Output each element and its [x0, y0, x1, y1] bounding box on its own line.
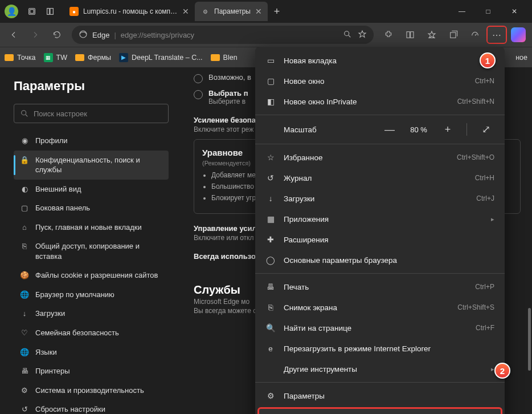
nav-icon: ⚙: [19, 385, 30, 396]
menu-downloads[interactable]: ↓ЗагрузкиCtrl+J: [255, 188, 505, 209]
split-icon[interactable]: [400, 26, 420, 44]
print-icon: 🖶: [265, 283, 276, 291]
sidebar-item[interactable]: ◐Внешний вид: [14, 180, 169, 199]
tab-title: Параметры: [214, 7, 251, 15]
sidebar-item[interactable]: 🌐Языки: [14, 343, 169, 362]
nav-label: Семейная безопасность: [35, 328, 119, 338]
back-button[interactable]: [3, 26, 24, 44]
new-tab-button[interactable]: +: [268, 2, 286, 21]
nav-icon: ♡: [19, 328, 30, 338]
search-icon[interactable]: [343, 30, 352, 40]
edge-label: Edge: [92, 31, 109, 39]
download-icon: ↓: [265, 194, 276, 203]
sidebar-item[interactable]: ◉Профили: [14, 131, 169, 151]
bookmark-item[interactable]: Точка: [5, 53, 36, 62]
close-icon[interactable]: ✕: [255, 7, 262, 16]
favorites-icon[interactable]: [421, 26, 442, 44]
menu-essentials[interactable]: ◯Основные параметры браузера: [255, 250, 505, 270]
scrollbar-thumb[interactable]: [528, 308, 531, 371]
vertical-tabs-icon[interactable]: [41, 2, 59, 21]
bookmark-item[interactable]: ▶DeepL Translate – С...: [119, 53, 203, 62]
tab-icon: ▭: [265, 56, 276, 65]
star-icon[interactable]: [358, 30, 367, 40]
copilot-button[interactable]: [508, 26, 529, 44]
menu-separator: [255, 115, 505, 115]
bookmark-label: ное: [515, 54, 527, 62]
sidebar-item[interactable]: ⎘Общий доступ, копирование и вставка: [14, 237, 169, 266]
menu-print[interactable]: 🖶ПечатьCtrl+P: [255, 277, 505, 297]
more-menu-button[interactable]: ⋯: [486, 26, 507, 44]
app-menu: ▭Новая вкладка ▢Новое окноCtrl+N ◧Новое …: [255, 47, 505, 414]
menu-settings[interactable]: ⚙Параметры: [255, 385, 505, 406]
bookmark-item[interactable]: ▦TW: [44, 53, 67, 62]
menu-more-tools[interactable]: Другие инструменты▸: [255, 359, 505, 379]
zoom-value: 80 %: [406, 125, 431, 134]
tab-strip: ● Lumpics.ru - помощь с компьюте ✕ ⚙ Пар…: [64, 0, 449, 23]
workspaces-icon[interactable]: [23, 2, 41, 21]
menu-find[interactable]: 🔍Найти на страницеCtrl+F: [255, 318, 505, 338]
menu-new-tab[interactable]: ▭Новая вкладка: [255, 50, 505, 71]
nav-icon: ⎘: [19, 241, 30, 251]
tab-settings[interactable]: ⚙ Параметры ✕: [195, 2, 268, 21]
close-button[interactable]: ✕: [501, 2, 527, 21]
nav-label: Общий доступ, копирование и вставка: [35, 241, 163, 261]
performance-icon[interactable]: [465, 26, 485, 44]
menu-ie-mode[interactable]: eПерезагрузить в режиме Internet Explore…: [255, 338, 505, 359]
sidebar-item[interactable]: ⌂Пуск, главная и новые вкладки: [14, 218, 169, 237]
bookmark-item[interactable]: Blen: [211, 53, 238, 62]
menu-screenshot[interactable]: ⎘Снимок экранаCtrl+Shift+S: [255, 297, 505, 318]
bookmark-label: TW: [56, 54, 67, 62]
menu-extensions[interactable]: ✚Расширения: [255, 229, 505, 250]
profile-avatar[interactable]: 👤: [5, 5, 18, 18]
nav-label: Профили: [35, 136, 68, 146]
radio-icon[interactable]: [194, 74, 203, 83]
menu-inprivate[interactable]: ◧Новое окно InPrivateCtrl+Shift+N: [255, 91, 505, 112]
bookmark-overflow[interactable]: ное: [515, 54, 527, 62]
minimize-button[interactable]: —: [449, 2, 475, 21]
menu-apps[interactable]: ▦Приложения▸: [255, 209, 505, 229]
menu-separator: [255, 273, 505, 274]
bookmark-item[interactable]: Фермы: [75, 53, 111, 62]
nav-label: Пуск, главная и новые вкладки: [35, 222, 142, 233]
window-controls: — □ ✕: [449, 2, 527, 21]
apps-icon: ▦: [265, 214, 276, 224]
separator: |: [114, 31, 116, 39]
nav-label: Принтеры: [35, 366, 70, 376]
menu-new-window[interactable]: ▢Новое окноCtrl+N: [255, 71, 505, 91]
tab-lumpics[interactable]: ● Lumpics.ru - помощь с компьюте ✕: [64, 2, 195, 21]
sidebar-item[interactable]: ↓Загрузки: [14, 304, 169, 323]
star-icon: ☆: [265, 153, 276, 162]
sidebar-item[interactable]: ↺Сбросить настройки: [14, 400, 169, 414]
bookmark-label: Точка: [17, 54, 36, 62]
fullscreen-button[interactable]: ⤢: [477, 121, 494, 138]
address-bar[interactable]: Edge | edge://settings/privacy: [72, 26, 374, 44]
nav-icon: 🖶: [19, 366, 30, 376]
sidebar-item[interactable]: 🍪Файлы cookie и разрешения сайтов: [14, 266, 169, 285]
zoom-in-button[interactable]: +: [439, 121, 456, 138]
option-label: Выбрать п: [208, 89, 248, 98]
sidebar-item[interactable]: ▢Боковая панель: [14, 198, 169, 218]
nav-icon: 🍪: [19, 270, 30, 281]
screenshot-icon: ⎘: [265, 303, 276, 312]
menu-history[interactable]: ↺ЖурналCtrl+H: [255, 168, 505, 188]
sidebar-item[interactable]: 🖶Принтеры: [14, 362, 169, 381]
annotation-badge-1: 1: [480, 52, 496, 68]
extensions-icon[interactable]: [378, 26, 399, 44]
search-input[interactable]: Поиск настроек: [14, 104, 169, 123]
history-icon: ↺: [265, 173, 276, 182]
menu-help[interactable]: ?Справка и отзывы▸: [257, 407, 502, 414]
radio-icon[interactable]: [194, 90, 203, 99]
sidebar-item[interactable]: 🌐Браузер по умолчанию: [14, 285, 169, 305]
menu-favorites[interactable]: ☆ИзбранноеCtrl+Shift+O: [255, 147, 505, 168]
zoom-out-button[interactable]: —: [381, 121, 398, 138]
sidebar-item[interactable]: ♡Семейная безопасность: [14, 323, 169, 343]
maximize-button[interactable]: □: [475, 2, 501, 21]
sidebar-item[interactable]: ⚙Система и производительность: [14, 381, 169, 400]
close-icon[interactable]: ✕: [182, 7, 189, 16]
gear-icon: ⚙: [200, 7, 210, 16]
collections-icon[interactable]: [443, 26, 464, 44]
chevron-right-icon: ▸: [491, 216, 494, 223]
sidebar-item[interactable]: 🔒Конфиденциальность, поиск и службы: [14, 151, 169, 180]
refresh-button[interactable]: [47, 26, 67, 44]
search-icon: [20, 109, 29, 118]
